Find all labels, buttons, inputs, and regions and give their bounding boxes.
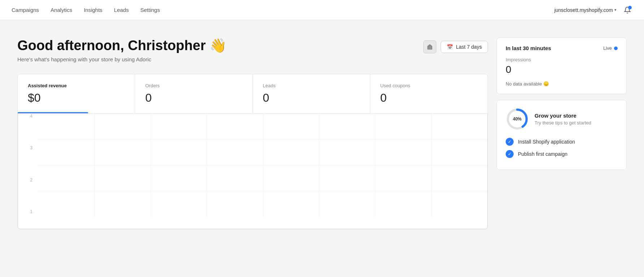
grid-lines xyxy=(38,114,487,217)
grid-vline-5 xyxy=(319,114,319,217)
checklist-item-1: ✓ Publish first campaign xyxy=(506,150,618,158)
y-label-0: 1 xyxy=(18,209,35,214)
impressions-value: 0 xyxy=(506,64,618,75)
greeting-title: Good afternoon, Christopher 👋 xyxy=(17,38,226,53)
greeting-subtitle: Here's what's happening with your store … xyxy=(17,56,226,62)
progress-label: 40% xyxy=(513,116,522,122)
no-data-text: No data available 😞 xyxy=(506,81,618,87)
store-name: junsclosett.myshopify.com xyxy=(554,7,613,13)
live-title: In last 30 minutes xyxy=(506,45,551,51)
main-wrapper: Good afternoon, Christopher 👋 Here's wha… xyxy=(0,20,644,241)
store-selector[interactable]: junsclosett.myshopify.com ▾ xyxy=(554,7,617,13)
checklist-item-0: ✓ Install Shopify application xyxy=(506,138,618,146)
greeting-text: Good afternoon, Christopher 👋 Here's wha… xyxy=(17,38,226,62)
grid-vline-4 xyxy=(263,114,263,217)
stat-value-1: 0 xyxy=(145,91,242,105)
chart-area: 1 2 3 4 xyxy=(18,114,488,229)
stat-label-2: Leads xyxy=(263,83,360,88)
sidebar-area: In last 30 minutes Live Impressions 0 No… xyxy=(497,38,627,229)
stat-underline xyxy=(18,112,88,113)
progress-circle: 40% xyxy=(506,107,529,131)
stat-label-3: Used coupons xyxy=(380,83,477,88)
grow-header: 40% Grow your store Try these tips to ge… xyxy=(506,107,618,131)
nav-right: junsclosett.myshopify.com ▾ xyxy=(554,5,632,15)
greeting-section: Good afternoon, Christopher 👋 Here's wha… xyxy=(17,38,488,62)
date-range-button[interactable]: 📅 Last 7 days xyxy=(441,41,488,53)
live-label: Live xyxy=(603,45,612,51)
calendar-icon: 📅 xyxy=(447,44,453,50)
stat-value-3: 0 xyxy=(380,91,477,105)
nav-leads[interactable]: Leads xyxy=(114,5,129,14)
no-data-label: No data available 😞 xyxy=(506,81,549,87)
stat-value-2: 0 xyxy=(263,91,360,105)
grow-card: 40% Grow your store Try these tips to ge… xyxy=(497,100,627,170)
nav-analytics[interactable]: Analytics xyxy=(51,5,72,14)
chart-grid xyxy=(38,114,487,229)
grid-vline-3 xyxy=(207,114,207,217)
live-card: In last 30 minutes Live Impressions 0 No… xyxy=(497,38,627,94)
grow-text: Grow your store Try these tips to get st… xyxy=(535,113,591,126)
y-label-1: 2 xyxy=(18,177,35,183)
store-icon-button[interactable] xyxy=(423,40,436,53)
grow-subtitle: Try these tips to get started xyxy=(535,120,591,126)
stat-used-coupons[interactable]: Used coupons 0 xyxy=(370,74,488,113)
grid-vline-1 xyxy=(94,114,95,217)
live-badge: Live xyxy=(603,45,618,51)
grow-title: Grow your store xyxy=(535,113,591,119)
nav-settings[interactable]: Settings xyxy=(140,5,160,14)
stat-value-0: $0 xyxy=(28,91,125,105)
grid-vline-7 xyxy=(431,114,432,217)
y-label-3: 4 xyxy=(18,114,35,119)
check-icon-0: ✓ xyxy=(506,138,514,146)
chevron-down-icon: ▾ xyxy=(614,8,617,12)
greeting-controls: 📅 Last 7 days xyxy=(423,40,488,53)
date-range-label: Last 7 days xyxy=(456,44,482,50)
nav-links: Campaigns Analytics Insights Leads Setti… xyxy=(12,5,160,14)
stat-orders[interactable]: Orders 0 xyxy=(135,74,252,113)
checklist-label-0: Install Shopify application xyxy=(518,139,575,145)
grid-vline-6 xyxy=(375,114,375,217)
stat-assisted-revenue[interactable]: Assisted revenue $0 xyxy=(18,74,135,113)
live-header: In last 30 minutes Live xyxy=(506,45,618,51)
stat-leads[interactable]: Leads 0 xyxy=(253,74,370,113)
nav-campaigns[interactable]: Campaigns xyxy=(12,5,39,14)
impressions-label: Impressions xyxy=(506,57,618,62)
notification-bell[interactable] xyxy=(622,5,632,15)
stats-card: Assisted revenue $0 Orders 0 Leads 0 Use… xyxy=(17,74,488,229)
navbar: Campaigns Analytics Insights Leads Setti… xyxy=(0,0,644,20)
stat-label-1: Orders xyxy=(145,83,242,88)
checklist-label-1: Publish first campaign xyxy=(518,151,567,157)
notification-dot xyxy=(628,6,632,9)
grid-vline-2 xyxy=(151,114,151,217)
y-label-2: 3 xyxy=(18,145,35,150)
live-dot xyxy=(614,47,618,50)
content-area: Good afternoon, Christopher 👋 Here's wha… xyxy=(17,38,488,229)
chart-y-labels: 1 2 3 4 xyxy=(18,114,35,217)
check-icon-1: ✓ xyxy=(506,150,514,158)
nav-insights[interactable]: Insights xyxy=(84,5,103,14)
stat-label-0: Assisted revenue xyxy=(28,83,125,88)
stats-row: Assisted revenue $0 Orders 0 Leads 0 Use… xyxy=(18,74,488,114)
